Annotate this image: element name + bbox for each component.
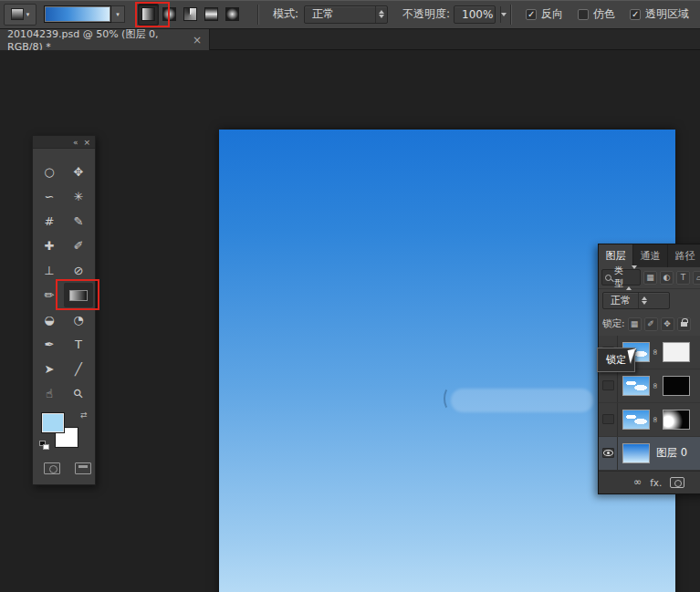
pen-icon: ✒ [45,338,55,351]
layer-row-layer-0[interactable]: 图层 0 [599,437,700,471]
workspace [0,50,700,592]
lock-all-icon[interactable] [677,317,691,331]
lock-transparent-pixels-icon[interactable]: ▦ [628,317,642,331]
lock-position-icon[interactable]: ✥ [661,317,674,331]
lasso-tool[interactable]: ∽ [35,184,64,209]
lock-image-pixels-icon[interactable]: ✐ [644,317,658,331]
quick-mask-icon[interactable] [44,462,60,474]
opacity-value: 100% [454,8,500,21]
filter-adjustment-layers-icon[interactable]: ◐ [660,271,674,285]
tab-layers[interactable]: 图层 [599,244,633,267]
tab-paths[interactable]: 路径 [668,244,700,267]
magic-wand-tool[interactable]: ✳ [64,184,93,209]
blur-icon: ◒ [44,313,54,327]
path-select-icon: ➤ [45,362,55,376]
layer-name: 图层 0 [656,446,687,460]
layer-thumbnail[interactable] [622,410,650,430]
opacity-select[interactable]: 100% [454,5,496,24]
gradient-drag-streak [451,389,593,412]
screen-mode-icon[interactable] [75,462,91,474]
lock-row: 锁定: ▦ ✐ ✥ [599,313,700,336]
dodge-tool[interactable]: ◔ [64,307,93,332]
tools-panel-titlebar: « × [33,136,95,149]
diamond-gradient-icon [225,7,239,21]
dither-checkbox-group: 仿色 [578,6,615,22]
healing-brush-tool[interactable]: ✚ [35,234,64,258]
gradient-picker-dropdown[interactable]: ▾ [111,5,125,23]
filter-shape-layers-icon[interactable]: ▱ [693,271,700,285]
document-tab[interactable]: 20104239.psd @ 50% (图层 0, RGB/8) * × [0,29,210,50]
collapse-panel-icon[interactable]: « [73,138,78,147]
gradient-preset-picker[interactable]: ▾ [4,4,37,26]
transparency-label: 透明区域 [645,6,689,22]
gradient-editor-sample[interactable] [44,5,111,23]
updown-arrows-icon [638,293,650,308]
zoom-icon: ⚲ [70,386,86,401]
blend-mode-select[interactable]: 正常 [304,5,388,24]
blur-tool[interactable]: ◒ [35,307,64,332]
close-panel-icon[interactable]: × [83,138,90,147]
history-brush-icon: ✏ [45,288,55,302]
eyedropper-tool[interactable]: ✎ [64,209,93,234]
line-tool[interactable]: ╱ [64,357,93,381]
toolbox-bottom [44,462,95,474]
document-title: 20104239.psd @ 50% (图层 0, RGB/8) * [7,27,185,53]
gradient-type-angle[interactable] [180,4,201,26]
blend-mode-value: 正常 [305,6,341,22]
reverse-checkbox[interactable]: ✓ [526,9,537,20]
hand-icon: ☝ [46,387,53,400]
hand-tool[interactable]: ☝ [35,381,64,406]
layer-thumbnail[interactable] [622,376,650,396]
filter-type-layers-icon[interactable]: T [676,271,690,285]
chevron-down-icon [500,6,507,23]
mask-link-icon: ∞ [651,380,660,391]
layer-blend-mode-select[interactable]: 正常 [602,292,670,309]
layer-filter-row: 类型 ▦ ◐ T ▱ [599,267,700,289]
gradient-type-reflected[interactable] [201,4,222,26]
move-tool[interactable]: ✥ [64,160,93,184]
options-bar: ▾ ▾ 模式: 正常 不透明度: 100% ✓ 反向 [0,0,700,29]
type-tool[interactable]: T [64,332,93,357]
layer-effects-icon[interactable]: fx. [650,477,662,488]
visibility-toggle[interactable] [599,403,618,436]
filter-type-value: 类型 [614,265,623,290]
close-icon[interactable]: × [193,34,202,47]
add-layer-mask-icon[interactable] [670,477,684,488]
visibility-toggle[interactable] [599,437,618,470]
layer-blend-mode-value: 正常 [603,294,638,307]
layer-mask-thumbnail[interactable] [663,410,690,430]
default-colors-icon[interactable] [39,441,50,451]
dodge-icon: ◔ [73,313,83,327]
tab-channels[interactable]: 通道 [633,244,668,267]
annotation-box-linear-gradient [135,2,170,27]
reverse-label: 反向 [541,6,563,22]
brush-tool[interactable]: ✐ [64,234,93,258]
filter-type-select[interactable]: 类型 [601,269,641,286]
visibility-toggle[interactable] [599,369,618,402]
link-layers-icon[interactable]: ∞ [633,476,642,488]
layer-mask-thumbnail[interactable] [663,376,690,396]
lasso-icon: ∽ [45,190,55,203]
layer-row[interactable]: ∞ [599,403,700,437]
blend-mode-row: 正常 [599,289,700,313]
dither-checkbox[interactable] [578,9,589,20]
gradient-type-diamond[interactable] [222,4,243,26]
layer-mask-thumbnail[interactable] [663,342,690,362]
filter-pixel-layers-icon[interactable]: ▦ [643,271,657,285]
crop-icon: # [45,214,55,228]
pen-tool[interactable]: ✒ [35,332,64,357]
elliptical-marquee-tool[interactable]: ○ [35,160,64,184]
swap-colors-icon[interactable]: ⇄ [80,410,88,420]
layer-row[interactable]: ∞ [599,369,700,403]
crop-tool[interactable]: # [35,209,64,234]
path-selection-tool[interactable]: ➤ [35,357,64,381]
foreground-color-swatch[interactable] [42,413,64,432]
move-icon: ✥ [74,165,84,179]
transparency-checkbox[interactable]: ✓ [630,9,641,20]
tools-panel: « × ○ ✥ ∽ ✳ # ✎ ✚ ✐ ⊥ ⊘ ✏ ◒ ◔ ✒ T ➤ ╱ ☝ … [32,135,96,485]
mode-label: 模式: [273,6,298,22]
layer-thumbnail[interactable] [622,443,650,463]
type-icon: T [75,338,82,351]
mask-link-icon: ∞ [651,347,660,358]
zoom-tool[interactable]: ⚲ [64,381,93,406]
